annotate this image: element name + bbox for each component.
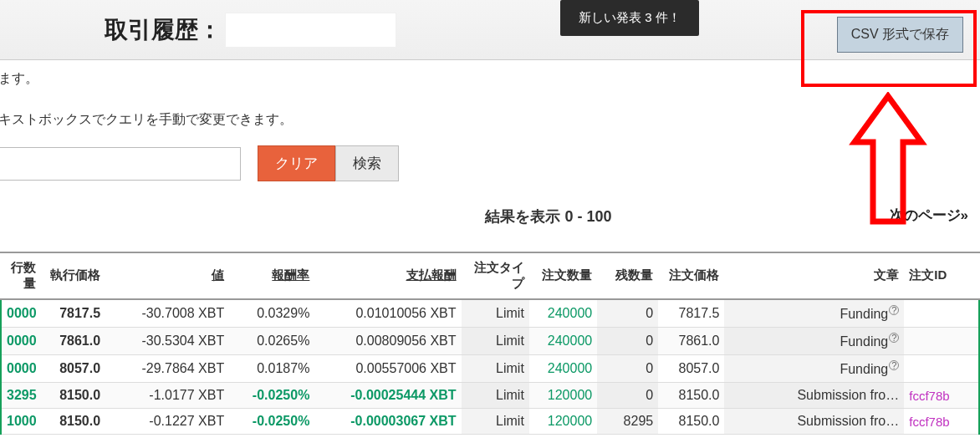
- cell-order-price: 8150.0: [658, 383, 724, 409]
- cell-order-id[interactable]: fccf78b: [904, 409, 979, 435]
- page-title: 取引履歴：: [105, 14, 222, 46]
- cell-exec-price: 8150.0: [41, 409, 105, 435]
- cell-order-type: Limit: [462, 327, 529, 354]
- cell-remain-qty: 8295: [597, 409, 658, 435]
- col-exec-price[interactable]: 執行価格: [41, 253, 105, 299]
- cell-value: -30.7008 XBT: [105, 299, 229, 328]
- cell-exec-price: 7861.0: [41, 327, 105, 354]
- cell-text: Submission fro…: [724, 409, 904, 435]
- cell-order-id[interactable]: [904, 327, 979, 354]
- cell-order-price: 7861.0: [658, 327, 724, 354]
- cell-fee-rate: 0.0329%: [229, 299, 314, 328]
- table-row: 00008057.0-29.7864 XBT0.0187%0.00557006 …: [1, 355, 979, 383]
- cell-remain-qty: 0: [597, 355, 658, 383]
- header-symbol-input[interactable]: [225, 13, 396, 48]
- help-icon[interactable]: ?: [889, 333, 899, 343]
- notification-banner[interactable]: 新しい発表 3 件！: [560, 0, 699, 36]
- search-button[interactable]: 検索: [335, 145, 399, 181]
- col-order-id[interactable]: 注文ID: [904, 253, 979, 299]
- results-count-label: 結果を表示 0 - 100: [117, 206, 980, 227]
- cell-exec-price: 7817.5: [41, 299, 105, 328]
- content-area: ます。 キストボックスでクエリを手動で変更できます。 クリア 検索 結果を表示 …: [0, 60, 980, 435]
- cell-order-id[interactable]: fccf78b: [904, 383, 979, 409]
- cell-order-qty: 120000: [529, 409, 597, 435]
- cell-order-price: 8057.0: [658, 355, 724, 383]
- col-text[interactable]: 文章: [724, 253, 904, 299]
- clear-button[interactable]: クリア: [258, 145, 335, 181]
- csv-save-button[interactable]: CSV 形式で保存: [837, 17, 963, 53]
- cell-text: Funding?: [724, 355, 904, 383]
- cell-fee-rate: 0.0187%: [229, 355, 314, 383]
- cell-text: Funding?: [724, 299, 904, 328]
- cell-fee-rate: -0.0250%: [229, 383, 314, 409]
- next-page-link[interactable]: 次のページ»: [890, 206, 968, 225]
- col-fee-paid[interactable]: 支払報酬: [314, 253, 461, 299]
- col-fee-rate[interactable]: 報酬率: [229, 253, 314, 299]
- cell-fee-rate: 0.0265%: [229, 327, 314, 354]
- col-order-type[interactable]: 注文タイプ: [462, 253, 529, 299]
- cell-value: -0.1227 XBT: [105, 409, 229, 435]
- table-header-row: 行数量 執行価格 値 報酬率 支払報酬 注文タイプ 注文数量 残数量 注文価格 …: [1, 253, 979, 299]
- table-row: 32958150.0-1.0177 XBT-0.0250%-0.00025444…: [1, 383, 979, 409]
- col-exec-qty[interactable]: 行数量: [1, 253, 41, 299]
- results-table: 行数量 執行価格 値 報酬率 支払報酬 注文タイプ 注文数量 残数量 注文価格 …: [0, 253, 980, 435]
- cell-order-qty: 240000: [529, 355, 597, 383]
- cell-exec-qty: 0000: [1, 327, 41, 354]
- col-remain-qty[interactable]: 残数量: [597, 253, 658, 299]
- cell-order-type: Limit: [462, 299, 529, 328]
- cell-exec-qty: 1000: [1, 409, 41, 435]
- header-bar: 取引履歴： 新しい発表 3 件！ CSV 形式で保存: [0, 0, 980, 60]
- cell-exec-qty: 0000: [1, 355, 41, 383]
- cell-fee-paid: 0.00809056 XBT: [314, 327, 461, 354]
- cell-fee-paid: -0.00025444 XBT: [314, 383, 461, 409]
- cell-fee-paid: 0.00557006 XBT: [314, 355, 461, 383]
- cell-remain-qty: 0: [597, 299, 658, 328]
- cell-text: Funding?: [724, 327, 904, 354]
- cell-order-price: 8150.0: [658, 409, 724, 435]
- cell-order-qty: 240000: [529, 299, 597, 328]
- intro-text-2: キストボックスでクエリを手動で変更できます。: [0, 111, 980, 129]
- cell-order-type: Limit: [462, 383, 529, 409]
- cell-exec-price: 8150.0: [41, 383, 105, 409]
- col-order-price[interactable]: 注文価格: [658, 253, 724, 299]
- cell-text: Submission fro…: [724, 383, 904, 409]
- cell-order-price: 7817.5: [658, 299, 724, 328]
- col-value[interactable]: 値: [105, 253, 229, 299]
- cell-order-qty: 240000: [529, 327, 597, 354]
- table-row: 00007861.0-30.5304 XBT0.0265%0.00809056 …: [1, 327, 979, 354]
- cell-order-qty: 120000: [529, 383, 597, 409]
- cell-exec-qty: 0000: [1, 299, 41, 328]
- cell-order-id[interactable]: [904, 299, 979, 328]
- cell-order-id[interactable]: [904, 355, 979, 383]
- cell-fee-rate: -0.0250%: [229, 409, 314, 435]
- cell-exec-price: 8057.0: [41, 355, 105, 383]
- help-icon[interactable]: ?: [889, 360, 899, 370]
- query-input[interactable]: [0, 147, 241, 181]
- cell-exec-qty: 3295: [1, 383, 41, 409]
- col-order-qty[interactable]: 注文数量: [529, 253, 597, 299]
- cell-remain-qty: 0: [597, 327, 658, 354]
- cell-fee-paid: -0.00003067 XBT: [314, 409, 461, 435]
- cell-fee-paid: 0.01010056 XBT: [314, 299, 461, 328]
- cell-value: -29.7864 XBT: [105, 355, 229, 383]
- cell-order-type: Limit: [462, 355, 529, 383]
- cell-value: -30.5304 XBT: [105, 327, 229, 354]
- help-icon[interactable]: ?: [889, 305, 899, 315]
- cell-remain-qty: 0: [597, 383, 658, 409]
- cell-value: -1.0177 XBT: [105, 383, 229, 409]
- cell-order-type: Limit: [462, 409, 529, 435]
- results-table-wrap: 行数量 執行価格 値 報酬率 支払報酬 注文タイプ 注文数量 残数量 注文価格 …: [0, 252, 980, 435]
- query-controls: クリア 検索: [0, 145, 980, 181]
- table-row: 10008150.0-0.1227 XBT-0.0250%-0.00003067…: [1, 409, 979, 435]
- table-row: 00007817.5-30.7008 XBT0.0329%0.01010056 …: [1, 299, 979, 328]
- intro-text-1: ます。: [0, 70, 980, 88]
